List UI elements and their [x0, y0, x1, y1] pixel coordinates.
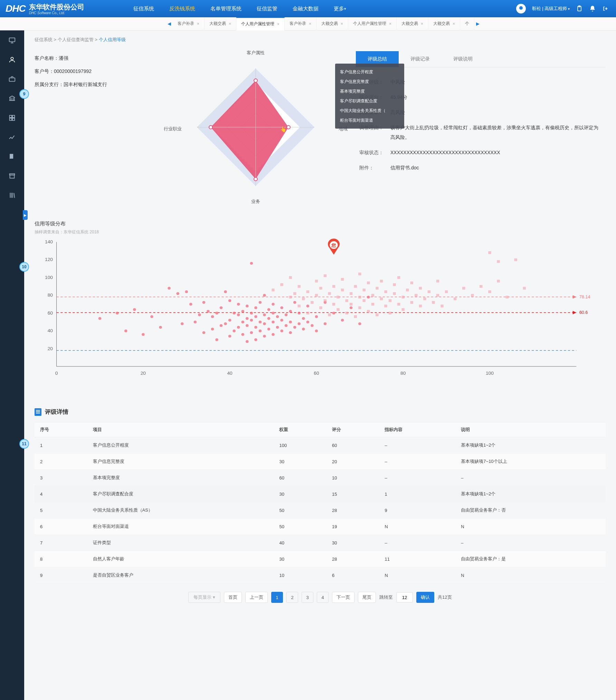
jump-input[interactable]	[396, 592, 413, 603]
svg-rect-182	[393, 292, 396, 295]
crumb-2[interactable]: 个人征信查询监管	[58, 37, 94, 42]
svg-point-67	[224, 323, 227, 325]
svg-point-130	[350, 306, 352, 309]
jump-confirm-button[interactable]: 确认	[416, 592, 434, 603]
close-icon[interactable]: ×	[277, 22, 279, 27]
page-1[interactable]: 1	[271, 592, 283, 603]
table-row[interactable]: 4客户尽职调查配合度30151基本项缺项1~2个	[35, 486, 606, 502]
th-weight: 权重	[274, 422, 326, 437]
svg-rect-150	[324, 274, 326, 277]
rating-tab-desc[interactable]: 评级说明	[442, 51, 484, 67]
first-page-button[interactable]: 首页	[224, 592, 242, 603]
svg-marker-41	[573, 311, 577, 314]
tab-scroll-left-icon[interactable]: ◀	[166, 17, 173, 30]
svg-rect-189	[410, 301, 413, 304]
tab-6[interactable]: 大额交易×	[397, 17, 428, 30]
chart-icon[interactable]	[8, 133, 17, 142]
left-sidebar: ▶	[0, 30, 24, 700]
rating-tab-history[interactable]: 评级记录	[399, 51, 442, 67]
last-page-button[interactable]: 尾页	[358, 592, 376, 603]
next-page-button[interactable]: 下一页	[332, 592, 354, 603]
logout-icon[interactable]	[602, 5, 609, 12]
nav-item-4[interactable]: 金融大数据	[285, 0, 326, 17]
svg-point-87	[254, 338, 257, 341]
svg-rect-141	[302, 298, 305, 300]
bank-icon[interactable]	[8, 94, 17, 103]
svg-rect-139	[298, 305, 301, 307]
page-3[interactable]: 3	[302, 592, 313, 603]
r-attach[interactable]: 信用背书.doc	[390, 160, 602, 175]
tab-0[interactable]: 客户补录×	[173, 17, 205, 30]
tab-1[interactable]: 大额交易×	[205, 17, 236, 30]
close-icon[interactable]: ×	[421, 21, 423, 26]
svg-point-77	[241, 333, 244, 336]
svg-point-84	[250, 331, 253, 334]
bell-icon[interactable]	[589, 5, 596, 12]
close-icon[interactable]: ×	[389, 21, 391, 26]
svg-rect-192	[419, 305, 422, 307]
svg-rect-152	[328, 314, 331, 316]
svg-rect-154	[332, 285, 335, 288]
svg-point-91	[259, 329, 262, 332]
library-icon[interactable]	[8, 191, 17, 200]
table-row[interactable]: 9是否自贸区业务客户106NN	[35, 567, 606, 584]
table-row[interactable]: 1客户信息公开程度10060–基本项缺项1~2个	[35, 437, 606, 454]
svg-rect-178	[384, 305, 387, 307]
grid-icon[interactable]	[8, 113, 17, 122]
cust-branch: 国丰村银行新城支行	[64, 82, 107, 87]
nav-item-2[interactable]: 名单管理系统	[203, 0, 249, 17]
svg-rect-196	[432, 301, 435, 304]
nav-item-more[interactable]: 更多	[326, 0, 354, 17]
tab-4[interactable]: 大额交易×	[316, 17, 348, 30]
prev-page-button[interactable]: 上一页	[245, 592, 268, 603]
svg-rect-191	[415, 294, 417, 297]
nav-item-3[interactable]: 征信监管	[249, 0, 285, 17]
tab-3[interactable]: 客户补录×	[285, 17, 316, 30]
user-name[interactable]: 靳松 | 高级工程师	[532, 6, 570, 12]
book-icon[interactable]	[8, 152, 17, 161]
avatar-icon[interactable]	[516, 4, 526, 13]
tab-7[interactable]: 大额交易×	[428, 17, 460, 30]
tab-8[interactable]: 个	[460, 17, 474, 30]
archive-icon[interactable]	[8, 171, 17, 180]
table-row[interactable]: 3基本项完整度6010––	[35, 470, 606, 486]
close-icon[interactable]: ×	[453, 21, 455, 26]
svg-rect-2	[9, 38, 15, 42]
table-row[interactable]: 7证件类型4030––	[35, 535, 606, 551]
nav-item-1[interactable]: 反洗钱系统	[162, 0, 203, 17]
sidebar-expand-icon[interactable]: ▶	[23, 210, 28, 220]
svg-rect-210	[488, 251, 491, 254]
table-row[interactable]: 6柜台等面对面渠道5019NN	[35, 519, 606, 535]
annotation-9: 9	[19, 89, 29, 99]
user-icon[interactable]	[8, 55, 17, 64]
table-row[interactable]: 5中国大陆业务关系性质（AS）50289自由贸易业务客户：否	[35, 502, 606, 519]
user-area: 靳松 | 高级工程师	[516, 4, 609, 13]
svg-point-128	[332, 312, 335, 315]
nav-item-0[interactable]: 征信系统	[126, 0, 162, 17]
table-row[interactable]: 8自然人客户年龄302811自由贸易业务客户：是	[35, 551, 606, 567]
tab-2[interactable]: 个人用户属性管理×	[236, 17, 285, 30]
total-pages: 共12页	[438, 594, 452, 600]
per-page-select[interactable]: 每页显示 ▾	[188, 592, 220, 603]
svg-point-122	[306, 305, 309, 307]
table-row[interactable]: 2客户信息完整度3020–基本项缺项7~10个以上	[35, 454, 606, 470]
svg-rect-208	[514, 258, 517, 261]
svg-rect-155	[337, 296, 339, 298]
close-icon[interactable]: ×	[309, 21, 311, 26]
crumb-1[interactable]: 征信系统	[35, 37, 53, 42]
page-2[interactable]: 2	[286, 592, 298, 603]
page-4[interactable]: 4	[317, 592, 329, 603]
close-icon[interactable]: ×	[341, 21, 343, 26]
close-icon[interactable]: ×	[197, 21, 199, 26]
clipboard-icon[interactable]	[576, 5, 583, 12]
r-audit-label: 审核状态：	[359, 145, 390, 160]
tab-5[interactable]: 个人用户属性管理×	[348, 17, 397, 30]
svg-point-125	[315, 329, 318, 332]
monitor-icon[interactable]	[8, 36, 17, 45]
svg-point-105	[276, 326, 279, 329]
svg-point-93	[259, 301, 262, 304]
svg-rect-164	[354, 315, 357, 318]
tab-scroll-right-icon[interactable]: ▶	[474, 17, 481, 30]
close-icon[interactable]: ×	[229, 21, 231, 26]
briefcase-icon[interactable]	[8, 75, 17, 84]
